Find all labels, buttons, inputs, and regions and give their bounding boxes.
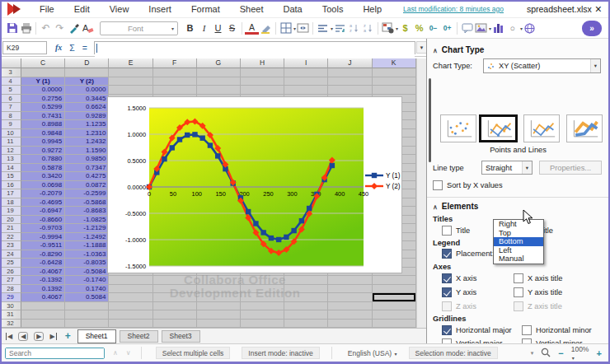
cell-J3[interactable] <box>328 68 372 77</box>
cell-I31[interactable] <box>284 310 328 320</box>
row-header-14[interactable]: 14 <box>0 164 21 173</box>
x-axis-title-checkbox[interactable]: X axis title <box>514 273 562 283</box>
search-down-icon[interactable]: ∨ <box>126 349 131 357</box>
tab-sheet2[interactable]: Sheet2 <box>120 330 158 343</box>
cell-H31[interactable] <box>241 310 284 320</box>
hyperlink-button[interactable] <box>523 21 537 35</box>
column-header-C[interactable]: C <box>21 58 65 68</box>
sort-descending-button[interactable]: za <box>361 21 375 35</box>
cell-H32[interactable] <box>241 320 284 329</box>
section-elements[interactable]: ∧Elements <box>433 202 478 211</box>
row-header-25[interactable]: 25 <box>0 259 21 268</box>
cell-D31[interactable] <box>65 310 109 320</box>
delete-decimal-button[interactable]: 0− <box>426 21 440 35</box>
column-header-H[interactable]: H <box>241 58 284 68</box>
cell-C18[interactable]: -0.4695 <box>21 198 65 208</box>
cell-F4[interactable] <box>153 77 197 86</box>
cell-G4[interactable] <box>197 77 241 86</box>
cell-J31[interactable] <box>328 310 372 320</box>
row-header-22[interactable]: 22 <box>0 233 21 242</box>
menu-data[interactable]: Data <box>273 4 312 14</box>
cell-D13[interactable]: 0.9850 <box>65 155 109 164</box>
cell-C22[interactable]: -0.9994 <box>21 233 65 242</box>
cell-C32[interactable] <box>21 320 65 329</box>
cell-H4[interactable] <box>241 77 284 86</box>
function-wizard-button[interactable]: fx <box>55 43 62 52</box>
zoom-level[interactable]: 100% ▾ <box>571 345 589 362</box>
cell-E30[interactable] <box>109 302 152 311</box>
cell-C12[interactable]: 0.9272 <box>21 147 65 156</box>
cell-C23[interactable]: -0.9511 <box>21 241 65 250</box>
cell-D11[interactable]: 1.2432 <box>65 138 109 147</box>
subtype-3d-lines[interactable] <box>566 114 603 142</box>
cell-K32[interactable] <box>373 320 416 329</box>
row-header-8[interactable]: 8 <box>0 112 21 121</box>
wrap-text-button[interactable] <box>333 21 347 35</box>
column-header-G[interactable]: G <box>197 58 241 68</box>
line-type-select[interactable]: Straight ▾ <box>481 161 533 175</box>
row-header-9[interactable]: 9 <box>0 120 21 129</box>
cell-D28[interactable]: 0.1740 <box>65 285 109 294</box>
column-header-F[interactable]: F <box>153 58 197 68</box>
zoom-in-button[interactable]: + <box>597 348 602 358</box>
row-header-31[interactable]: 31 <box>0 310 21 320</box>
cell-C17[interactable]: -0.2079 <box>21 189 65 198</box>
cell-D9[interactable]: 1.1235 <box>65 120 109 129</box>
search-input[interactable] <box>5 348 105 359</box>
subtype-lines-only[interactable] <box>523 114 560 142</box>
cell-F27[interactable] <box>153 276 197 285</box>
cell-K29[interactable] <box>373 293 416 302</box>
row-header-6[interactable]: 6 <box>0 95 21 104</box>
cell-E32[interactable] <box>109 320 152 329</box>
cell-D3[interactable] <box>65 68 109 77</box>
search-up-icon[interactable]: ∧ <box>113 349 118 357</box>
row-header-12[interactable]: 12 <box>0 147 21 156</box>
cell-C29[interactable]: 0.4067 <box>21 293 65 302</box>
row-header-30[interactable]: 30 <box>0 302 21 311</box>
cell-D4[interactable]: Y (2) <box>65 77 109 86</box>
first-sheet-icon[interactable]: ◀ <box>6 333 12 340</box>
row-header-20[interactable]: 20 <box>0 216 21 225</box>
clone-formatting-button[interactable] <box>67 21 81 35</box>
cell-C24[interactable]: -0.8290 <box>21 250 65 259</box>
cell-G27[interactable] <box>197 276 241 285</box>
menu-help[interactable]: Help <box>353 4 392 14</box>
cell-D15[interactable]: 0.4275 <box>65 172 109 181</box>
cell-F3[interactable] <box>153 68 197 77</box>
currency-format-button[interactable]: $ <box>398 21 412 35</box>
cell-D7[interactable]: 0.6624 <box>65 103 109 112</box>
horizontal-minor-checkbox[interactable]: Horizontal minor <box>522 325 592 335</box>
row-header-28[interactable]: 28 <box>0 285 21 294</box>
cell-K5[interactable] <box>373 86 416 95</box>
shapes-button[interactable]: ○ <box>505 21 519 35</box>
cell-C28[interactable]: 0.1392 <box>21 285 65 294</box>
grid-corner[interactable] <box>0 58 21 68</box>
cell-D19[interactable]: -0.8683 <box>65 207 109 216</box>
row-header-18[interactable]: 18 <box>0 198 21 208</box>
strikethrough-button[interactable]: S <box>225 21 239 35</box>
column-header-I[interactable]: I <box>284 58 328 68</box>
cell-K3[interactable] <box>373 68 416 77</box>
toolbar-overflow-button[interactable]: » <box>582 21 602 36</box>
cell-C14[interactable]: 0.5878 <box>21 164 65 173</box>
placement-option-bottom[interactable]: Bottom <box>494 237 543 246</box>
cell-K30[interactable] <box>373 302 416 311</box>
align-button[interactable] <box>316 21 330 35</box>
cell-D21[interactable]: -1.2129 <box>65 224 109 233</box>
cell-C8[interactable]: 0.7431 <box>21 112 65 121</box>
row-header-21[interactable]: 21 <box>0 224 21 233</box>
percent-format-button[interactable]: % <box>412 21 426 35</box>
row-header-32[interactable]: 32 <box>0 320 21 329</box>
row-header-19[interactable]: 19 <box>0 207 21 216</box>
cell-I29[interactable] <box>284 293 328 302</box>
cell-H28[interactable] <box>241 285 284 294</box>
cell-G32[interactable] <box>197 320 241 329</box>
cell-C16[interactable]: 0.0698 <box>21 181 65 190</box>
cell-D26[interactable]: -0.5084 <box>65 268 109 277</box>
autosum-button[interactable]: Σ <box>69 43 75 53</box>
cell-C3[interactable] <box>21 68 65 77</box>
cell-C15[interactable]: 0.3420 <box>21 172 65 181</box>
borders-button[interactable] <box>279 21 293 35</box>
cell-G29[interactable] <box>197 293 241 302</box>
cell-C11[interactable]: 0.9945 <box>21 138 65 147</box>
